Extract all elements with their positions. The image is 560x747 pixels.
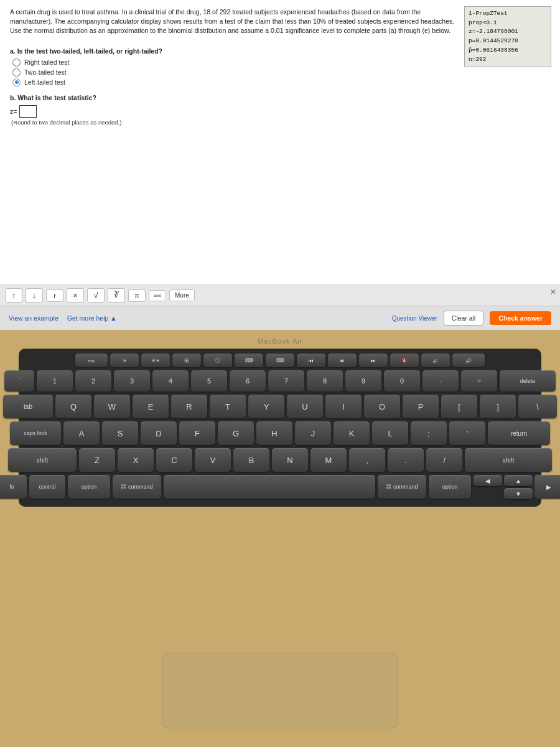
f2-key[interactable]: ☀☀: [141, 354, 170, 367]
toolbar-btn-inf[interactable]: ∞∞: [149, 290, 166, 301]
action-left: View an example Get more help ▲: [9, 314, 117, 322]
backslash-key[interactable]: \: [518, 395, 557, 418]
2-key[interactable]: 2: [75, 370, 111, 392]
a-key[interactable]: A: [63, 421, 100, 445]
y-key[interactable]: Y: [248, 395, 284, 418]
question-viewer-link[interactable]: Question Viewer: [392, 315, 437, 322]
n-key[interactable]: N: [272, 448, 308, 472]
c-key[interactable]: C: [156, 448, 192, 472]
toolbar-btn-cbrt[interactable]: ∛: [108, 288, 125, 303]
tab-key[interactable]: tab: [3, 395, 53, 418]
minus-key[interactable]: -: [422, 370, 459, 392]
up-arrow-key[interactable]: ▲: [504, 475, 533, 486]
semicolon-key[interactable]: ;: [411, 421, 447, 445]
touchpad[interactable]: [162, 654, 398, 728]
f7-key[interactable]: ⏮: [297, 354, 325, 367]
e-key[interactable]: E: [133, 395, 169, 418]
toolbar-close-button[interactable]: ✕: [550, 288, 556, 296]
l-key[interactable]: L: [372, 421, 408, 445]
f1-key[interactable]: ☀: [110, 354, 139, 367]
p-key[interactable]: P: [403, 395, 439, 418]
bracket-left-key[interactable]: [: [441, 395, 477, 418]
0-key[interactable]: 0: [384, 370, 420, 392]
radio-right[interactable]: [12, 59, 21, 67]
right-shift-key[interactable]: shift: [465, 448, 552, 472]
help-link[interactable]: Get more help ▲: [67, 314, 117, 322]
f4-key[interactable]: ⬡: [203, 354, 232, 367]
f8-key[interactable]: ⏯: [328, 354, 357, 367]
3-key[interactable]: 3: [114, 370, 150, 392]
radio-two[interactable]: [12, 68, 21, 77]
j-key[interactable]: J: [295, 421, 331, 445]
8-key[interactable]: 8: [307, 370, 343, 392]
f9-key[interactable]: ⏭: [359, 354, 388, 367]
toolbar-btn-sqrt[interactable]: √: [87, 288, 105, 303]
f-key[interactable]: F: [179, 421, 215, 445]
left-option-key[interactable]: option: [68, 475, 110, 499]
o-key[interactable]: O: [364, 395, 400, 418]
4-key[interactable]: 4: [152, 370, 189, 392]
right-command-key[interactable]: ⌘ command: [378, 475, 426, 499]
right-option-key[interactable]: option: [429, 475, 471, 499]
toolbar-btn-down[interactable]: ↓: [26, 288, 43, 303]
control-key[interactable]: control: [29, 475, 65, 499]
toolbar-btn-times[interactable]: ×: [67, 288, 84, 303]
clear-all-button[interactable]: Clear all: [444, 311, 484, 326]
caps-key[interactable]: caps lock: [10, 421, 61, 445]
f12-key[interactable]: 🔊: [452, 354, 485, 367]
answer-input-box[interactable]: [19, 105, 37, 118]
b-key[interactable]: B: [233, 448, 269, 472]
toolbar-btn-up[interactable]: ↑: [5, 288, 22, 303]
t-key[interactable]: T: [210, 395, 246, 418]
option-left-tailed[interactable]: Left-tailed test: [12, 78, 550, 87]
z-key[interactable]: Z: [79, 448, 115, 472]
9-key[interactable]: 9: [345, 370, 381, 392]
5-key[interactable]: 5: [191, 370, 227, 392]
f6-key[interactable]: ⌨: [266, 354, 294, 367]
radio-left[interactable]: [12, 78, 21, 87]
left-arrow-key[interactable]: ◀: [474, 475, 502, 486]
space-key[interactable]: [164, 475, 375, 499]
delete-key[interactable]: delete: [500, 370, 556, 392]
w-key[interactable]: W: [94, 395, 130, 418]
bracket-right-key[interactable]: ]: [480, 395, 516, 418]
return-key[interactable]: return: [488, 421, 550, 445]
check-answer-button[interactable]: Check answer: [490, 311, 551, 325]
toolbar-btn-r[interactable]: r: [46, 289, 63, 302]
equals-key[interactable]: =: [461, 370, 497, 392]
q-key[interactable]: Q: [55, 395, 91, 418]
f3-key[interactable]: ⊞: [172, 354, 201, 367]
f11-key[interactable]: 🔉: [421, 354, 450, 367]
7-key[interactable]: 7: [268, 370, 304, 392]
r-key[interactable]: R: [171, 395, 207, 418]
f5-key[interactable]: ⌨: [235, 354, 263, 367]
u-key[interactable]: U: [287, 395, 323, 418]
d-key[interactable]: D: [141, 421, 177, 445]
backtick-key[interactable]: `: [4, 370, 34, 392]
f10-key[interactable]: 🔇: [390, 354, 419, 367]
x-key[interactable]: X: [118, 448, 154, 472]
m-key[interactable]: M: [310, 448, 347, 472]
esc-key[interactable]: esc: [75, 354, 108, 367]
quote-key[interactable]: ': [449, 421, 485, 445]
example-link[interactable]: View an example: [9, 314, 58, 322]
comma-key[interactable]: ,: [349, 448, 385, 472]
1-key[interactable]: 1: [37, 370, 73, 392]
v-key[interactable]: V: [195, 448, 231, 472]
i-key[interactable]: I: [325, 395, 362, 418]
s-key[interactable]: S: [102, 421, 138, 445]
toolbar-btn-pi[interactable]: π: [128, 289, 146, 302]
right-arrow-key[interactable]: ▶: [534, 475, 560, 499]
h-key[interactable]: H: [256, 421, 292, 445]
down-arrow-key[interactable]: ▼: [504, 488, 533, 499]
toolbar-more-button[interactable]: More: [169, 289, 195, 301]
left-command-key[interactable]: ⌘ command: [113, 475, 161, 499]
slash-key[interactable]: /: [426, 448, 462, 472]
left-shift-key[interactable]: shift: [8, 448, 77, 472]
g-key[interactable]: G: [218, 421, 254, 445]
k-key[interactable]: K: [334, 421, 370, 445]
fn-key[interactable]: fn: [0, 475, 27, 499]
period-key[interactable]: .: [388, 448, 424, 472]
6-key[interactable]: 6: [230, 370, 266, 392]
option-two-tailed[interactable]: Two-tailed test: [12, 68, 550, 77]
